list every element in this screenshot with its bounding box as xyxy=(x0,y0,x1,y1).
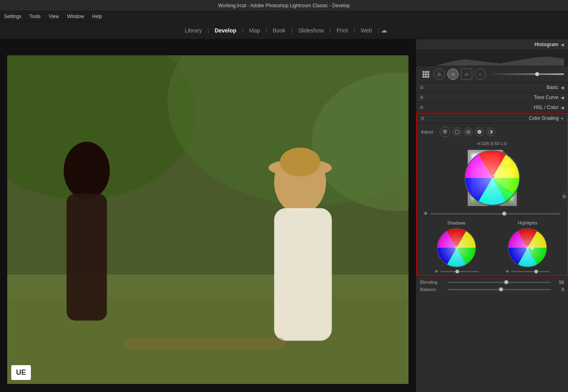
shadows-wheel-dot xyxy=(455,247,458,249)
blending-label: Blending xyxy=(420,280,444,285)
histogram-section xyxy=(416,50,568,66)
histogram-arrow: ◀ xyxy=(561,42,564,47)
hsl-sq xyxy=(420,106,423,109)
balance-slider-track[interactable] xyxy=(447,289,551,290)
hsl-title: HSL / Color xyxy=(534,105,558,110)
histogram-title: Histogram xyxy=(535,42,558,47)
adjust-luma-icon[interactable] xyxy=(486,127,495,136)
svg-point-20 xyxy=(467,131,469,133)
highlights-slider-track[interactable] xyxy=(511,271,550,272)
sh-labels-row: Shadows Highlights xyxy=(417,218,567,226)
highlights-color-wheel[interactable] xyxy=(507,228,548,268)
radial-filter-icon[interactable]: ○ xyxy=(475,69,486,80)
cursor-hand: ☞ xyxy=(504,190,512,200)
basic-section-row[interactable]: Basic ◀ xyxy=(416,83,568,93)
menu-bar: Settings Tools View Window Help xyxy=(0,11,568,22)
menu-view[interactable]: View xyxy=(49,14,59,19)
svg-point-12 xyxy=(280,148,320,176)
basic-title: Basic xyxy=(547,85,558,90)
color-grading-header[interactable]: Color Grading ▾ xyxy=(417,113,567,123)
highlights-slider-thumb xyxy=(534,270,538,273)
menu-settings[interactable]: Settings xyxy=(4,14,21,19)
shadows-wheel-wrap: 👁 xyxy=(435,228,479,274)
menu-help[interactable]: Help xyxy=(92,14,102,19)
color-wheel-dot xyxy=(491,175,495,178)
crop-tool-icon[interactable]: ◎ xyxy=(434,69,445,80)
shadows-eye-icon[interactable]: 👁 xyxy=(435,269,439,274)
highlights-eye-icon[interactable]: 👁 xyxy=(505,269,509,274)
tool-icons-row: ◎ ⊙ ▭ ○ xyxy=(416,66,568,83)
svg-point-18 xyxy=(455,130,459,134)
shadows-color-wheel[interactable] xyxy=(437,228,477,268)
blending-slider-track[interactable] xyxy=(447,282,551,283)
adjust-all-icon[interactable] xyxy=(440,127,450,137)
photo-image: UE xyxy=(7,55,408,384)
rect-tool-icon[interactable]: ▭ xyxy=(461,69,472,80)
tone-curve-sq xyxy=(420,96,423,99)
nav-print[interactable]: Print xyxy=(332,26,352,35)
svg-point-21 xyxy=(477,130,481,134)
cg-luminance-slider-row: 👁 xyxy=(417,209,567,218)
shadows-luminance-slider: 👁 xyxy=(435,269,479,274)
blend-section: Blending 50 Balance 0 xyxy=(416,276,568,297)
nav-slideshow[interactable]: Slideshow xyxy=(294,26,328,35)
tool-slider[interactable] xyxy=(491,73,564,75)
cloud-icon[interactable]: ☁ xyxy=(381,26,387,34)
menu-window[interactable]: Window xyxy=(67,14,84,19)
luminance-slider-thumb xyxy=(502,212,506,216)
luminance-eye-icon[interactable]: 👁 xyxy=(423,211,428,216)
shadows-slider-thumb xyxy=(455,270,459,273)
highlights-dot-2 xyxy=(531,247,534,250)
expand-panel-arrow[interactable]: ▶ xyxy=(562,191,568,201)
main-color-wheel[interactable]: ☞ xyxy=(464,150,520,206)
main-color-wheel-container: ☞ xyxy=(417,147,567,209)
tone-curve-title: Tone Curve xyxy=(534,95,558,100)
photo-container: UE xyxy=(7,55,408,384)
blending-value: 50 xyxy=(554,280,564,285)
nav-map[interactable]: Map xyxy=(245,26,264,35)
title-text: Working.lrcat - Adobe Photoshop Lightroo… xyxy=(218,3,350,8)
blending-row: Blending 50 xyxy=(420,280,564,285)
balance-value: 0 xyxy=(554,287,564,292)
shadows-slider-track[interactable] xyxy=(440,271,479,272)
luminance-slider-track[interactable] xyxy=(431,213,561,214)
nav-library[interactable]: Library xyxy=(181,26,206,35)
adjust-row: Adjust : xyxy=(417,123,567,140)
adjust-shadow-icon[interactable] xyxy=(453,127,461,136)
cg-arrow: ▾ xyxy=(561,116,563,121)
menu-tools[interactable]: Tools xyxy=(29,14,40,19)
spot-removal-icon[interactable]: ⊙ xyxy=(447,69,459,80)
color-grading-title: Color Grading xyxy=(529,115,559,121)
color-grading-section: Color Grading ▾ Adjust : xyxy=(416,113,568,276)
balance-label: Balance xyxy=(420,287,444,292)
basic-arrow: ◀ xyxy=(561,85,564,90)
blending-slider-thumb xyxy=(504,280,508,284)
nav-develop[interactable]: Develop xyxy=(210,26,240,35)
histogram-header[interactable]: Histogram ◀ xyxy=(416,39,568,50)
photo-svg xyxy=(7,55,408,384)
basic-sq xyxy=(420,86,423,89)
small-wheels-row: 👁 xyxy=(417,226,567,275)
histogram-chart xyxy=(420,53,564,66)
main-layout: UE Histogram ◀ xyxy=(0,39,568,392)
hsl-readout: H:326 S:50 L:0 xyxy=(417,140,567,147)
cg-sq xyxy=(421,117,424,120)
balance-slider-thumb xyxy=(499,287,503,291)
highlights-wheel-wrap: 👁 xyxy=(505,228,550,274)
tone-curve-arrow: ◀ xyxy=(561,95,564,100)
nav-bar: Library | Develop | Map | Book | Slidesh… xyxy=(0,22,568,39)
tone-curve-section-row[interactable]: Tone Curve ◀ xyxy=(416,93,568,103)
adjust-label: Adjust : xyxy=(421,129,436,134)
highlights-label: Highlights xyxy=(503,220,552,225)
svg-point-8 xyxy=(67,150,107,191)
right-panel: Histogram ◀ xyxy=(416,39,568,392)
adjust-highlight-icon[interactable] xyxy=(475,127,484,136)
svg-rect-10 xyxy=(274,208,332,341)
hsl-section-row[interactable]: HSL / Color ◀ xyxy=(416,103,568,113)
grid-tool-icon[interactable] xyxy=(420,69,431,80)
nav-web[interactable]: Web xyxy=(357,26,376,35)
nav-book[interactable]: Book xyxy=(269,26,289,35)
photo-overlay-text: UE xyxy=(11,365,31,380)
adjust-mid-icon[interactable] xyxy=(464,127,473,136)
photo-area: UE xyxy=(0,39,416,392)
